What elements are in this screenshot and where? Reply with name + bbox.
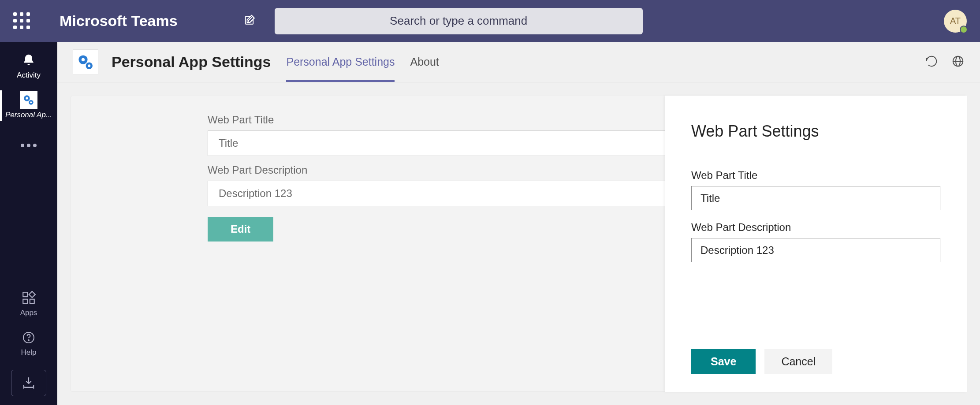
download-icon bbox=[21, 375, 36, 390]
rail-item-help[interactable]: Help bbox=[0, 323, 57, 363]
tab-personal-app-settings[interactable]: Personal App Settings bbox=[286, 42, 395, 82]
avatar[interactable]: AT bbox=[944, 10, 967, 33]
tab-about[interactable]: About bbox=[410, 42, 439, 82]
refresh-icon[interactable] bbox=[925, 55, 938, 70]
svg-rect-6 bbox=[29, 291, 35, 297]
svg-point-12 bbox=[82, 58, 85, 61]
gears-icon bbox=[20, 92, 37, 108]
settings-panel: Web Part Settings Web Part Title Web Par… bbox=[665, 96, 967, 392]
panel-label-title: Web Part Title bbox=[691, 169, 940, 182]
save-button[interactable]: Save bbox=[691, 349, 756, 374]
content-area: Personal App Settings Personal App Setti… bbox=[57, 42, 980, 405]
panel-actions: Save Cancel bbox=[691, 323, 940, 374]
waffle-icon[interactable] bbox=[13, 12, 31, 30]
main-body: Web Part Title Web Part Description Edit… bbox=[57, 82, 980, 405]
help-icon bbox=[22, 330, 36, 346]
rail-label-help: Help bbox=[21, 348, 37, 357]
avatar-initials: AT bbox=[950, 16, 961, 26]
svg-point-14 bbox=[88, 64, 90, 67]
panel-label-description: Web Part Description bbox=[691, 221, 940, 234]
download-button[interactable] bbox=[11, 370, 46, 396]
edit-button[interactable]: Edit bbox=[208, 217, 273, 242]
rail-label-activity: Activity bbox=[17, 71, 41, 80]
cancel-button[interactable]: Cancel bbox=[764, 349, 832, 374]
rail-label-apps: Apps bbox=[20, 308, 37, 317]
more-icon bbox=[21, 137, 37, 153]
panel-title: Web Part Settings bbox=[691, 122, 940, 141]
panel-input-description[interactable] bbox=[691, 238, 940, 262]
rail-item-apps[interactable]: Apps bbox=[0, 284, 57, 323]
svg-rect-5 bbox=[23, 292, 27, 297]
panel-input-title[interactable] bbox=[691, 186, 940, 210]
globe-icon[interactable] bbox=[951, 55, 965, 70]
rail-item-personal-app[interactable]: Personal Ap... bbox=[0, 86, 57, 126]
search-input[interactable] bbox=[275, 8, 643, 34]
presence-available-icon bbox=[960, 26, 968, 33]
left-rail: Activity Personal Ap... bbox=[0, 42, 57, 405]
rail-label-personal-app: Personal Ap... bbox=[5, 111, 52, 119]
svg-rect-7 bbox=[23, 299, 27, 304]
top-bar: Microsoft Teams AT bbox=[0, 0, 980, 42]
svg-point-10 bbox=[28, 340, 29, 341]
apps-icon bbox=[21, 290, 36, 306]
rail-item-activity[interactable]: Activity bbox=[0, 46, 57, 86]
tabs: Personal App Settings About bbox=[286, 42, 439, 82]
svg-rect-8 bbox=[30, 299, 34, 304]
app-gears-icon bbox=[73, 49, 98, 75]
compose-icon[interactable] bbox=[244, 14, 257, 29]
bell-icon bbox=[22, 52, 36, 68]
page-title: Personal App Settings bbox=[112, 53, 271, 71]
content-header: Personal App Settings Personal App Setti… bbox=[57, 42, 980, 82]
svg-point-4 bbox=[30, 101, 32, 103]
app-title: Microsoft Teams bbox=[60, 12, 178, 30]
svg-point-2 bbox=[26, 97, 28, 99]
rail-item-more[interactable] bbox=[0, 126, 57, 165]
